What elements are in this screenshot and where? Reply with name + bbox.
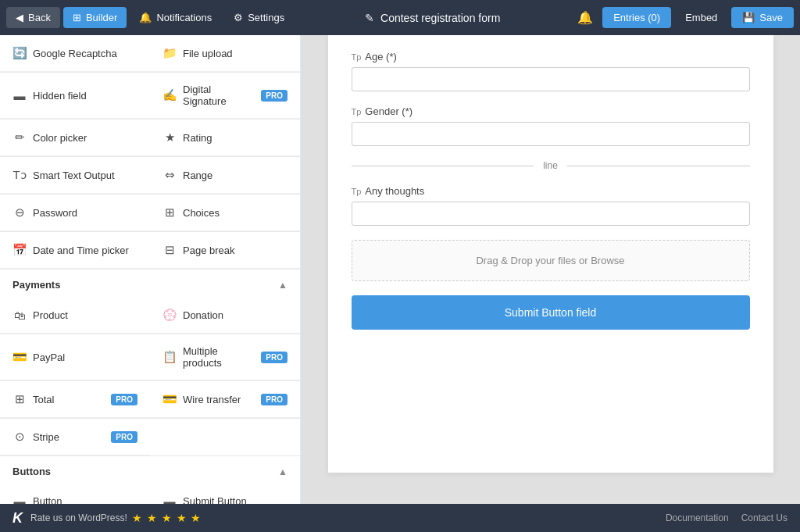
sidebar-item-label: Color picker bbox=[33, 132, 87, 144]
contact-link[interactable]: Contact Us bbox=[741, 512, 788, 523]
total-icon: ⊞ bbox=[12, 392, 27, 406]
sidebar-item-button[interactable]: ▬ Button bbox=[0, 484, 150, 504]
sidebar-item-choices[interactable]: ⊞ Choices bbox=[150, 195, 300, 231]
sidebar-item-color-picker[interactable]: ✏ Color picker bbox=[0, 120, 150, 156]
pro-badge: PRO bbox=[261, 352, 288, 363]
file-drop-text: Drag & Drop your files or Browse bbox=[476, 255, 624, 266]
builder-button[interactable]: ⊞ Builder bbox=[63, 7, 127, 28]
sidebar-item-file-upload[interactable]: 📁 File upload bbox=[150, 35, 300, 72]
sidebar-item-google-recaptcha[interactable]: 🔄 Google Recaptcha bbox=[0, 35, 150, 72]
settings-button[interactable]: ⚙ Settings bbox=[224, 7, 294, 28]
divider-line-left bbox=[352, 166, 534, 166]
gender-input[interactable] bbox=[352, 122, 750, 146]
nav-right: 🔔 Entries (0) Embed 💾 Save bbox=[571, 5, 794, 30]
sidebar-item-label: Hidden field bbox=[33, 90, 87, 102]
bell-icon: 🔔 bbox=[139, 12, 152, 23]
submit-button-icon: ▬ bbox=[162, 495, 177, 504]
back-label: Back bbox=[28, 12, 51, 23]
button-icon: ▬ bbox=[12, 495, 27, 504]
page-break-icon: ⊟ bbox=[162, 243, 177, 257]
sidebar-item-range[interactable]: ⇔ Range bbox=[150, 157, 300, 194]
alert-bell-button[interactable]: 🔔 bbox=[571, 5, 599, 30]
sidebar-item-label: Donation bbox=[183, 309, 223, 321]
donation-icon: 💮 bbox=[162, 308, 177, 322]
stars: ★ ★ ★ ★ ★ bbox=[132, 512, 202, 524]
sidebar-item-submit-button[interactable]: ▬ Submit Button bbox=[150, 484, 300, 504]
age-input[interactable] bbox=[352, 67, 750, 91]
sidebar-item-donation[interactable]: 💮 Donation bbox=[150, 297, 300, 334]
text-field-icon: Tр bbox=[352, 107, 362, 116]
sidebar-grid-3: ✏ Color picker ★ Rating bbox=[0, 120, 300, 157]
sidebar-item-stripe[interactable]: ⊙ Stripe PRO bbox=[0, 419, 150, 455]
footer: K Rate us on WordPress! ★ ★ ★ ★ ★ Docume… bbox=[0, 504, 800, 532]
stripe-icon: ⊙ bbox=[12, 430, 27, 444]
sidebar-item-label: Date and Time picker bbox=[33, 245, 129, 256]
sidebar-item-page-break[interactable]: ⊟ Page break bbox=[150, 232, 300, 269]
sidebar-item-hidden-field[interactable]: ▬ Hidden field bbox=[0, 73, 150, 119]
thoughts-label: Tр Any thoughts bbox=[352, 185, 750, 197]
sidebar-grid-2: ▬ Hidden field ✍ Digital Signature PRO bbox=[0, 73, 300, 120]
entries-button[interactable]: Entries (0) bbox=[602, 7, 671, 28]
buttons-section-header[interactable]: Buttons ▲ bbox=[0, 456, 300, 484]
text-field-icon: Tр bbox=[352, 187, 362, 196]
buttons-grid: ▬ Button ▬ Submit Button bbox=[0, 484, 300, 504]
form-area: Tр Age (*) Tр Gender (*) line bbox=[301, 35, 800, 504]
sidebar-item-smart-text[interactable]: Tↄ Smart Text Output bbox=[0, 157, 150, 194]
sidebar-item-paypal[interactable]: 💳 PayPal bbox=[0, 334, 150, 380]
thoughts-input[interactable] bbox=[352, 202, 750, 226]
buttons-section-label: Buttons bbox=[12, 466, 51, 477]
sidebar-item-wire-transfer[interactable]: 💳 Wire transfer PRO bbox=[150, 381, 300, 418]
entries-label: Entries (0) bbox=[613, 12, 660, 23]
text-field-icon: Tр bbox=[352, 52, 362, 62]
payments-section-label: Payments bbox=[12, 279, 60, 291]
back-button[interactable]: ◀ Back bbox=[6, 7, 60, 28]
gender-field: Tр Gender (*) bbox=[352, 105, 750, 146]
save-icon: 💾 bbox=[742, 12, 755, 23]
sidebar-item-label: File upload bbox=[183, 48, 233, 59]
payments-section-header[interactable]: Payments ▲ bbox=[0, 270, 300, 297]
sidebar-item-digital-signature[interactable]: ✍ Digital Signature PRO bbox=[150, 73, 300, 119]
sidebar: 🔄 Google Recaptcha 📁 File upload ▬ Hidde… bbox=[0, 35, 301, 504]
sidebar-item-label: Smart Text Output bbox=[33, 170, 115, 181]
footer-rate: Rate us on WordPress! ★ ★ ★ ★ ★ bbox=[30, 512, 202, 524]
product-icon: 🛍 bbox=[12, 309, 27, 322]
settings-label: Settings bbox=[248, 12, 284, 23]
submit-button[interactable]: Submit Button field bbox=[352, 295, 750, 330]
sidebar-item-rating[interactable]: ★ Rating bbox=[150, 120, 300, 156]
payments-grid-3: ⊞ Total PRO 💳 Wire transfer PRO bbox=[0, 381, 300, 419]
sidebar-grid-1: 🔄 Google Recaptcha 📁 File upload bbox=[0, 35, 300, 73]
sidebar-item-label: Choices bbox=[183, 207, 220, 219]
chevron-up-icon: ▲ bbox=[278, 280, 288, 291]
notifications-button[interactable]: 🔔 Notifications bbox=[130, 7, 221, 28]
sidebar-item-label: Google Recaptcha bbox=[33, 48, 117, 59]
save-button[interactable]: 💾 Save bbox=[731, 7, 794, 28]
sidebar-item-product[interactable]: 🛍 Product bbox=[0, 297, 150, 334]
builder-label: Builder bbox=[86, 12, 117, 23]
top-nav: ◀ Back ⊞ Builder 🔔 Notifications ⚙ Setti… bbox=[0, 0, 800, 35]
divider-text: line bbox=[543, 160, 558, 171]
docs-link[interactable]: Documentation bbox=[666, 512, 729, 523]
sidebar-item-label: Password bbox=[33, 207, 77, 219]
sidebar-item-label: Wire transfer bbox=[183, 394, 241, 405]
wire-transfer-icon: 💳 bbox=[162, 392, 177, 406]
sidebar-item-label: Multiple products bbox=[183, 345, 255, 369]
payments-grid-2: 💳 PayPal 📋 Multiple products PRO bbox=[0, 334, 300, 381]
embed-button[interactable]: Embed bbox=[674, 7, 728, 28]
range-icon: ⇔ bbox=[162, 168, 177, 182]
sidebar-item-date-time[interactable]: 📅 Date and Time picker bbox=[0, 232, 150, 269]
file-drop-zone[interactable]: Drag & Drop your files or Browse bbox=[352, 240, 750, 281]
back-icon: ◀ bbox=[16, 12, 23, 23]
sidebar-item-total[interactable]: ⊞ Total PRO bbox=[0, 381, 150, 418]
sidebar-item-password[interactable]: ⊖ Password bbox=[0, 195, 150, 231]
paypal-icon: 💳 bbox=[12, 350, 27, 364]
main-layout: 🔄 Google Recaptcha 📁 File upload ▬ Hidde… bbox=[0, 35, 800, 504]
submit-label: Submit Button field bbox=[505, 306, 597, 319]
sidebar-grid-5: ⊖ Password ⊞ Choices bbox=[0, 195, 300, 232]
datetime-icon: 📅 bbox=[12, 243, 27, 257]
save-label: Save bbox=[759, 12, 783, 23]
sidebar-item-label: Range bbox=[183, 170, 212, 181]
sidebar-item-multiple-products[interactable]: 📋 Multiple products PRO bbox=[150, 334, 300, 380]
footer-logo: K bbox=[12, 510, 23, 527]
edit-icon: ✎ bbox=[365, 12, 374, 24]
thoughts-field: Tр Any thoughts bbox=[352, 185, 750, 226]
